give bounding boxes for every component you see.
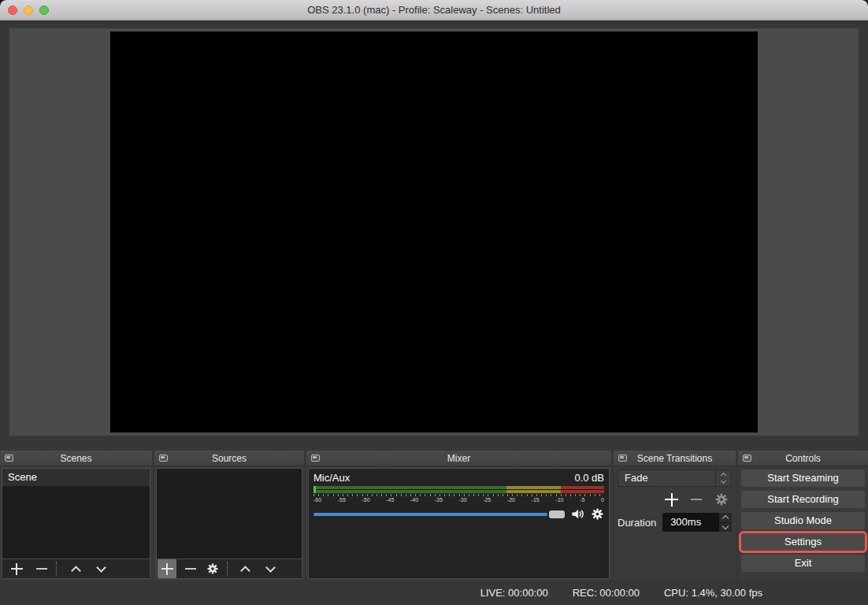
mixer-channel-name: Mic/Aux	[313, 472, 350, 484]
start-recording-button[interactable]: Start Recording	[741, 491, 865, 508]
move-up-icon	[240, 566, 250, 576]
minimize-button[interactable]	[24, 6, 33, 15]
mixer-dock-title: Mixer	[306, 453, 611, 464]
mixer-dock: Mixer Mic/Aux 0.0 dB -60 -55 -50 -45 -	[306, 451, 611, 581]
scene-list: Scene	[2, 469, 150, 559]
meter-tick-marks	[313, 494, 604, 496]
exit-button[interactable]: Exit	[741, 555, 865, 572]
scene-list-item[interactable]: Scene	[2, 469, 150, 486]
scenes-dock-header[interactable]: Scenes	[0, 451, 152, 466]
gear-icon	[591, 507, 604, 521]
remove-icon	[691, 499, 702, 500]
duration-up-button[interactable]	[719, 513, 732, 523]
rec-timer: REC: 00:00:00	[573, 587, 640, 599]
add-transition-button[interactable]	[665, 493, 678, 507]
mixer-volume-db: 0.0 dB	[574, 472, 604, 484]
volume-meter	[313, 486, 604, 493]
mixer-dock-header[interactable]: Mixer	[306, 451, 611, 466]
duration-value: 300ms	[662, 513, 719, 532]
speaker-icon	[571, 507, 584, 521]
chevron-down-icon	[722, 523, 729, 529]
dock-row: Scenes Scene	[0, 451, 868, 581]
duration-spinbox[interactable]: 300ms	[662, 513, 732, 532]
move-down-icon	[265, 562, 276, 573]
close-button[interactable]	[8, 6, 17, 15]
source-up-button[interactable]	[236, 559, 254, 578]
scene-transitions-dock: Scene Transitions Fade	[614, 451, 736, 581]
add-source-button[interactable]	[158, 559, 176, 578]
gear-icon	[714, 492, 729, 507]
sources-dock: Sources	[154, 451, 304, 581]
toolbar-separator	[56, 562, 57, 576]
add-scene-button[interactable]	[7, 559, 26, 578]
add-icon	[665, 493, 678, 507]
meter-tick-labels: -60 -55 -50 -45 -40 -35 -30 -25 -20 -15 …	[313, 497, 604, 503]
combo-arrows	[715, 470, 731, 486]
window-title: OBS 23.1.0 (mac) - Profile: Scaleway - S…	[307, 4, 561, 16]
live-timer: LIVE: 00:00:00	[480, 587, 548, 599]
controls-dock-header[interactable]: Controls	[738, 451, 868, 466]
controls-dock-title: Controls	[738, 453, 868, 464]
remove-icon	[185, 568, 196, 570]
chevron-up-icon	[722, 515, 729, 521]
toolbar-separator	[227, 562, 228, 576]
remove-icon	[36, 568, 47, 570]
volume-slider-handle[interactable]	[549, 510, 565, 518]
source-down-button[interactable]	[261, 559, 280, 578]
remove-transition-button[interactable]	[691, 499, 702, 500]
remove-scene-button[interactable]	[32, 559, 51, 578]
scene-up-button[interactable]	[66, 559, 85, 578]
scenes-dock: Scenes Scene	[0, 451, 152, 581]
sources-dock-header[interactable]: Sources	[154, 451, 304, 466]
preview-area	[9, 28, 859, 436]
cpu-stats: CPU: 1.4%, 30.00 fps	[664, 587, 762, 599]
add-icon	[11, 563, 23, 575]
move-down-icon	[96, 562, 106, 573]
volume-slider-fill	[313, 513, 547, 516]
zoom-button[interactable]	[39, 6, 49, 15]
duration-down-button[interactable]	[719, 523, 732, 533]
preview-canvas[interactable]	[110, 32, 758, 432]
source-properties-button[interactable]	[203, 559, 222, 578]
transitions-dock-header[interactable]: Scene Transitions	[614, 451, 736, 466]
mute-button[interactable]	[571, 507, 584, 521]
transitions-dock-title: Scene Transitions	[614, 453, 736, 464]
titlebar: OBS 23.1.0 (mac) - Profile: Scaleway - S…	[0, 0, 868, 20]
remove-source-button[interactable]	[181, 559, 200, 578]
scene-down-button[interactable]	[91, 559, 110, 578]
obs-window: OBS 23.1.0 (mac) - Profile: Scaleway - S…	[0, 0, 868, 605]
transition-select[interactable]: Fade	[618, 470, 732, 487]
traffic-lights	[8, 6, 49, 15]
status-bar: LIVE: 00:00:00 REC: 00:00:00 CPU: 1.4%, …	[0, 581, 868, 605]
transition-selected-value: Fade	[618, 470, 715, 486]
sources-toolbar	[157, 559, 302, 578]
transition-properties-button[interactable]	[714, 492, 729, 507]
scenes-dock-title: Scenes	[0, 453, 152, 464]
move-up-icon	[71, 566, 81, 576]
mixer-settings-button[interactable]	[591, 507, 604, 521]
volume-slider[interactable]	[313, 510, 565, 519]
add-icon	[161, 563, 173, 575]
duration-label: Duration	[618, 517, 656, 529]
mixer-channel: Mic/Aux 0.0 dB -60 -55 -50 -45 -40 -35 -…	[308, 468, 610, 579]
studio-mode-button[interactable]: Studio Mode	[741, 512, 865, 529]
start-streaming-button[interactable]: Start Streaming	[741, 470, 865, 487]
gear-icon	[206, 562, 219, 575]
sources-dock-title: Sources	[154, 453, 304, 464]
controls-dock: Controls Start Streaming Start Recording…	[738, 451, 868, 581]
chevron-down-icon	[721, 478, 726, 484]
settings-button[interactable]: Settings	[741, 533, 865, 551]
scenes-toolbar	[2, 559, 150, 578]
source-list[interactable]	[157, 469, 302, 559]
